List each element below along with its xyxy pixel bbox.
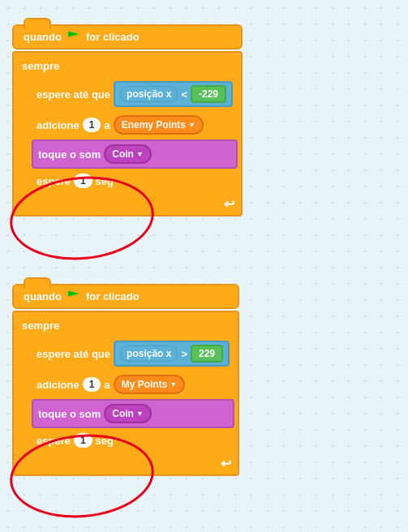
sound-label-1: toque o som [38, 148, 101, 161]
loop-arrow-1: ↩ [224, 196, 234, 212]
add-num-2[interactable]: 1 [83, 377, 101, 392]
sound-block-2[interactable]: toque o som Coin ▼ [32, 399, 234, 428]
val-1: -229 [191, 85, 226, 103]
flag-icon-1 [68, 32, 79, 43]
loop-label-2: sempre [14, 315, 238, 336]
wait-until-1[interactable]: espere até que posição x < -229 [32, 78, 238, 110]
wait2-label-2: espere [37, 435, 71, 447]
add-a-1: a [104, 119, 110, 131]
flag-icon-2 [68, 291, 79, 302]
condition-block-2: posição x > 229 [114, 341, 230, 367]
sound-label-2: toque o som [38, 408, 101, 420]
add-a-2: a [104, 379, 110, 391]
pos-x-2: posição x [120, 345, 178, 362]
coin-var-1[interactable]: Coin ▼ [104, 144, 152, 164]
hat-suffix-2: for clicado [86, 290, 140, 302]
wait-num-1[interactable]: 1 [74, 174, 92, 188]
wait-block-1[interactable]: espere 1 seg [32, 170, 238, 191]
add-block-1[interactable]: adicione 1 a Enemy Points ▼ [32, 112, 238, 138]
condition-block-1: posição x < -229 [114, 81, 233, 107]
loop-arrow-2: ↩ [221, 456, 231, 471]
sound-block-1[interactable]: toque o som Coin ▼ [32, 139, 238, 169]
dropdown-arrow-mypoints-2: ▼ [170, 380, 177, 388]
val-2: 229 [191, 345, 223, 363]
wait-until-label-1: espere até que [37, 88, 110, 101]
block-group-1: quando for clicado sempre espere até que… [12, 24, 243, 217]
wait-unit-1: seg [96, 175, 114, 187]
wait-until-2[interactable]: espere até que posição x > 229 [32, 337, 234, 370]
hat-label-1: quando [24, 31, 62, 43]
coin-var-2[interactable]: Coin ▼ [104, 404, 152, 423]
add-num-1[interactable]: 1 [83, 118, 101, 132]
dropdown-arrow-enemy-1: ▼ [188, 121, 195, 129]
hat-label-2: quando [24, 290, 62, 302]
wait-unit-2: seg [96, 435, 114, 447]
wait-block-2[interactable]: espere 1 seg [32, 430, 234, 451]
hat-block-1[interactable]: quando for clicado [12, 24, 243, 49]
dropdown-arrow-coin-1: ▼ [136, 150, 144, 158]
wait-until-label-2: espere até que [37, 348, 110, 360]
op-1: < [181, 88, 187, 101]
op-2: > [181, 348, 187, 360]
var-enemy-1[interactable]: Enemy Points ▼ [114, 115, 204, 135]
var-mypoints-2[interactable]: My Points ▼ [114, 375, 186, 394]
hat-block-2[interactable]: quando for clicado [12, 284, 239, 309]
hat-suffix-1: for clicado [86, 31, 140, 43]
pos-x-1: posição x [120, 86, 178, 102]
add-block-2[interactable]: adicione 1 a My Points ▼ [32, 371, 234, 397]
wait2-label-1: espere [37, 175, 71, 187]
wait-num-2[interactable]: 1 [74, 433, 92, 448]
add-label-1: adicione [37, 119, 79, 131]
block-group-2: quando for clicado sempre espere até que… [12, 284, 239, 476]
dropdown-arrow-coin-2: ▼ [136, 410, 144, 418]
loop-label-1: sempre [14, 56, 241, 76]
add-label-2: adicione [37, 379, 79, 391]
